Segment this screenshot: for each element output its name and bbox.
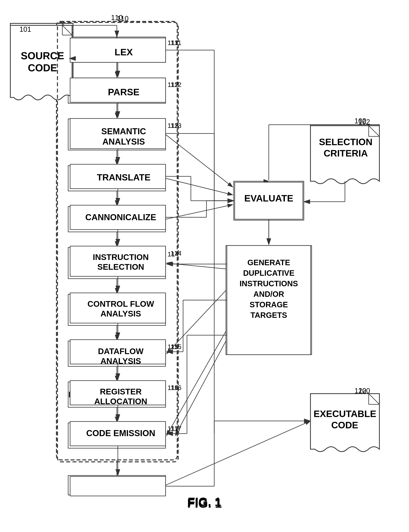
evaluate-label: EVALUATE — [237, 193, 301, 204]
cannonicalize-label: CANNONICALIZE — [74, 212, 167, 222]
svg-line-33 — [167, 263, 226, 269]
source-code-label: SOURCECODE — [13, 50, 72, 74]
lex-ref-num: 111 — [170, 39, 182, 47]
executable-code-label: EXECUTABLECODE — [314, 408, 376, 431]
code-emission-label: CODE EMISSION — [76, 428, 166, 438]
svg-rect-38 — [68, 475, 166, 495]
code-emission-ref-num: 117 — [170, 425, 182, 432]
source-code-ref-label: 101 — [19, 25, 31, 34]
executable-code-ref-label: 120 — [358, 387, 370, 395]
diagram-svg — [0, 0, 409, 532]
svg-line-25 — [166, 205, 233, 219]
parse-ref-num: 112 — [170, 81, 182, 88]
selection-criteria-ref-label: 102 — [358, 118, 370, 126]
semantic-analysis-label: SEMANTICANALYSIS — [82, 126, 166, 147]
selection-criteria-label: SELECTIONCRITERIA — [316, 136, 376, 159]
svg-line-24 — [166, 178, 233, 195]
svg-line-36 — [175, 341, 226, 436]
translate-label: TRANSLATE — [82, 172, 166, 183]
register-alloc-label: REGISTERALLOCATION — [76, 387, 166, 407]
instruction-selection-label: INSTRUCTIONSELECTION — [76, 252, 166, 272]
svg-line-39 — [166, 421, 310, 485]
svg-line-26 — [166, 134, 233, 187]
generate-duplicative-label: GENERATEDUPLICATIVEINSTRUCTIONSAND/ORSTO… — [229, 257, 309, 320]
semantic-ref-num: 113 — [170, 122, 182, 129]
fig-label: FIG. 1 — [187, 496, 222, 511]
parse-label: PARSE — [82, 87, 166, 97]
diagram: SOURCE CODE 101 110 LEX 111 PARSE 112 SE… — [0, 0, 409, 532]
lex-label: LEX — [82, 47, 166, 57]
dataflow-ref-num: 115 — [170, 343, 182, 351]
compiler-ref-label: 110 — [117, 15, 129, 23]
register-ref-num: 116 — [170, 384, 182, 391]
dataflow-label: DATAFLOWANALYSIS — [76, 346, 166, 366]
instruction-ref-num: 114 — [170, 249, 182, 257]
control-flow-label: CONTROL FLOWANALYSIS — [76, 299, 166, 319]
